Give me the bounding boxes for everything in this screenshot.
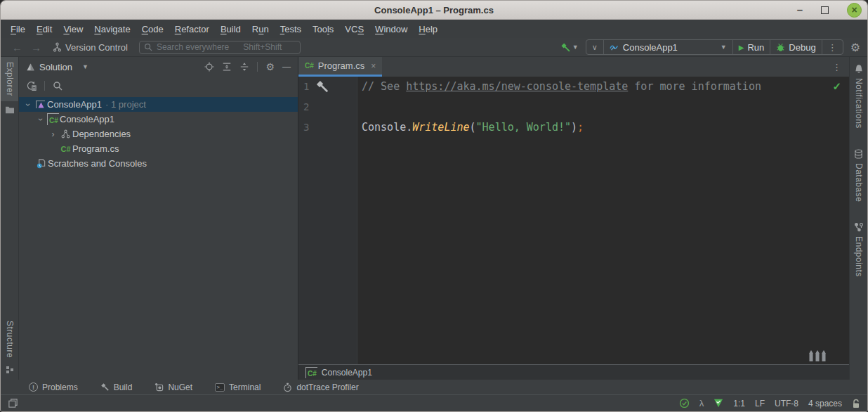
dottrace-profiler-icon: [283, 382, 292, 392]
menu-tests[interactable]: Tests: [275, 24, 307, 34]
csharp-file-icon: C#: [305, 62, 314, 70]
settings-gear-icon[interactable]: ⚙: [850, 41, 860, 54]
menu-tools[interactable]: Tools: [307, 24, 339, 34]
tree-search-icon[interactable]: [53, 81, 63, 91]
solution-analysis-shield-icon[interactable]: [714, 399, 723, 408]
chevron-down-icon[interactable]: ›: [22, 100, 34, 110]
menu-help[interactable]: Help: [413, 24, 443, 34]
debug-button[interactable]: Debug: [770, 40, 821, 54]
tool-button-terminal[interactable]: >_ Terminal: [215, 382, 261, 392]
build-dropdown-icon[interactable]: ▼: [572, 44, 579, 51]
header-separator: [257, 62, 258, 72]
tool-button-database[interactable]: Database: [854, 134, 864, 207]
code-content[interactable]: // See https://aka.ms/new-console-templa…: [357, 77, 849, 364]
tab-program-cs[interactable]: C# Program.cs ×: [298, 57, 382, 77]
tree-row-solution[interactable]: › ConsoleApp1 · 1 project: [19, 97, 298, 112]
select-opened-file-icon[interactable]: [26, 81, 37, 91]
line-ending[interactable]: LF: [755, 399, 765, 408]
tool-button-structure[interactable]: Structure: [5, 309, 15, 380]
menu-run[interactable]: Run: [246, 24, 275, 34]
chevron-down-icon[interactable]: ›: [34, 115, 46, 124]
solution-view-title[interactable]: Solution: [39, 62, 72, 72]
tab-options-kebab-icon[interactable]: ⋮: [824, 62, 849, 72]
template-link[interactable]: https://aka.ms/new-console-template: [406, 80, 628, 93]
solution-view-icon: [26, 63, 35, 72]
version-control-widget[interactable]: Version Control: [53, 42, 128, 53]
window-controls: – ×: [797, 1, 862, 19]
inspections-ok-icon[interactable]: ✓: [832, 80, 841, 93]
tree-row-dependencies[interactable]: › Dependencies: [19, 127, 298, 141]
tool-button-endpoints[interactable]: Endpoints: [854, 207, 864, 282]
menu-vcs[interactable]: VCS: [339, 24, 369, 34]
pencils-icon: [808, 350, 827, 362]
version-control-label: Version Control: [65, 42, 128, 53]
run-config-selector[interactable]: ConsoleApp1 ▼: [603, 40, 732, 54]
run-more-button[interactable]: ⋮: [822, 40, 843, 54]
chevron-right-icon[interactable]: ›: [47, 129, 59, 139]
status-bar-right: λ 1:1 LF UTF-8 4 spaces: [679, 398, 860, 408]
run-button[interactable]: ▶ Run: [732, 40, 770, 54]
structure-label: Structure: [5, 316, 15, 363]
tool-button-nuget[interactable]: NuGet: [154, 382, 192, 392]
solution-view-dropdown-icon[interactable]: ▼: [82, 63, 88, 70]
editor-area: C# Program.cs × ⋮ 1 2 3: [298, 57, 849, 380]
expand-all-icon[interactable]: [222, 62, 232, 72]
collapse-all-icon[interactable]: [239, 62, 249, 72]
panel-settings-icon[interactable]: ⚙: [265, 61, 275, 72]
tree-row-program-cs[interactable]: C# Program.cs: [19, 141, 298, 156]
indent-setting[interactable]: 4 spaces: [808, 399, 842, 408]
minimize-button[interactable]: –: [797, 7, 803, 13]
tab-close-icon[interactable]: ×: [371, 61, 376, 71]
back-icon[interactable]: ←: [8, 41, 27, 53]
run-config-name: ConsoleApp1: [623, 42, 678, 53]
run-config-dropdown-icon: ▼: [721, 44, 727, 51]
code-analysis-lambda-icon[interactable]: λ: [699, 398, 704, 408]
breadcrumb-item[interactable]: ConsoleApp1: [322, 368, 372, 378]
nuget-label: NuGet: [168, 382, 192, 392]
caret-position[interactable]: 1:1: [733, 399, 745, 408]
editor-body[interactable]: 1 2 3 // See https://aka.ms/new-console-…: [298, 77, 849, 364]
tree-row-project[interactable]: › C# ConsoleApp1: [19, 112, 298, 127]
csharp-file-icon: C#: [59, 145, 72, 153]
file-encoding[interactable]: UTF-8: [775, 399, 798, 408]
menu-navigate[interactable]: Navigate: [88, 24, 136, 34]
branch-icon: [53, 42, 62, 52]
tool-window-layout-icon[interactable]: [8, 398, 18, 408]
folder-icon[interactable]: [5, 105, 15, 114]
tool-button-explorer[interactable]: Explorer: [1, 57, 18, 101]
main-toolbar: ← → Version Control Search everywhere Sh…: [1, 38, 867, 57]
run-widget-chevron[interactable]: ∨: [586, 40, 603, 54]
menu-code[interactable]: Code: [136, 24, 169, 34]
tool-button-build[interactable]: Build: [100, 382, 133, 392]
window-title: ConsoleApp1 – Program.cs: [374, 5, 494, 15]
build-solution-button[interactable]: ▼: [560, 42, 579, 53]
no-problems-check-icon[interactable]: [679, 398, 690, 408]
forward-icon[interactable]: →: [27, 41, 46, 53]
menu-refactor[interactable]: Refactor: [169, 24, 215, 34]
hide-panel-icon[interactable]: —: [282, 62, 291, 72]
tool-button-dottrace[interactable]: dotTrace Profiler: [283, 382, 358, 392]
maximize-button[interactable]: [821, 6, 829, 14]
close-button[interactable]: ×: [847, 3, 862, 18]
bottom-tool-window-bar: ! Problems Build NuGet >_ Terminal: [1, 380, 867, 394]
menu-window[interactable]: Window: [369, 24, 413, 34]
tool-button-problems[interactable]: ! Problems: [29, 382, 78, 392]
search-placeholder: Search everywhere: [157, 42, 229, 52]
solution-tree: › ConsoleApp1 · 1 project › C# ConsoleAp…: [19, 95, 298, 171]
search-everywhere-input[interactable]: Search everywhere Shift+Shift: [139, 41, 301, 54]
menu-edit[interactable]: Edit: [31, 24, 58, 34]
menu-view[interactable]: View: [58, 24, 88, 34]
solution-icon: [34, 101, 47, 108]
title-bar[interactable]: ConsoleApp1 – Program.cs – ×: [1, 1, 867, 20]
notifications-label: Notifications: [854, 77, 864, 134]
tool-button-notifications[interactable]: Notifications: [854, 57, 864, 134]
lock-icon[interactable]: [852, 399, 860, 408]
menu-file[interactable]: File: [5, 24, 31, 34]
tree-suffix: · 1 project: [105, 99, 146, 110]
tree-row-scratches[interactable]: Scratches and Consoles: [19, 156, 298, 171]
locate-file-icon[interactable]: [204, 62, 214, 72]
structure-icon: [6, 366, 14, 380]
line-number: 3: [298, 117, 357, 138]
run-configuration-group: ∨ ConsoleApp1 ▼ ▶ Run: [586, 39, 843, 55]
menu-build[interactable]: Build: [215, 24, 246, 34]
